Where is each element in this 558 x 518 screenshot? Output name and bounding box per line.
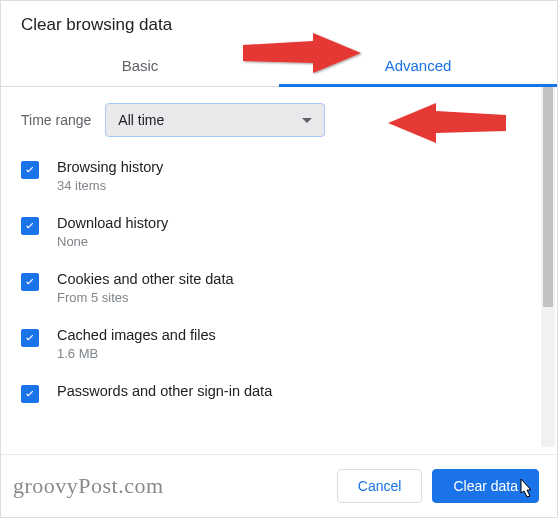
check-icon <box>23 219 37 233</box>
item-label: Download history <box>57 215 168 231</box>
checkbox-cache[interactable] <box>21 329 39 347</box>
checkbox-cookies[interactable] <box>21 273 39 291</box>
item-text: Browsing history 34 items <box>57 159 163 193</box>
check-icon <box>23 387 37 401</box>
item-text: Passwords and other sign-in data <box>57 383 272 402</box>
list-item: Download history None <box>21 215 537 249</box>
list-item: Browsing history 34 items <box>21 159 537 193</box>
check-icon <box>23 331 37 345</box>
scrollbar[interactable] <box>541 87 555 447</box>
item-sublabel: From 5 sites <box>57 290 234 305</box>
tab-advanced[interactable]: Advanced <box>279 45 557 86</box>
item-sublabel: 34 items <box>57 178 163 193</box>
tab-bar: Basic Advanced <box>1 45 557 87</box>
item-label: Cookies and other site data <box>57 271 234 287</box>
item-sublabel: 1.6 MB <box>57 346 216 361</box>
checkbox-browsing-history[interactable] <box>21 161 39 179</box>
tab-basic[interactable]: Basic <box>1 45 279 86</box>
time-range-label: Time range <box>21 112 91 128</box>
item-label: Cached images and files <box>57 327 216 343</box>
checkbox-passwords[interactable] <box>21 385 39 403</box>
item-sublabel: None <box>57 234 168 249</box>
list-item: Cached images and files 1.6 MB <box>21 327 537 361</box>
time-range-dropdown[interactable]: All time <box>105 103 325 137</box>
cancel-button[interactable]: Cancel <box>337 469 423 503</box>
dialog-footer: Cancel Clear data <box>1 454 557 517</box>
item-text: Cached images and files 1.6 MB <box>57 327 216 361</box>
list-item: Cookies and other site data From 5 sites <box>21 271 537 305</box>
scrollbar-thumb[interactable] <box>543 87 553 307</box>
item-label: Browsing history <box>57 159 163 175</box>
item-label: Passwords and other sign-in data <box>57 383 272 399</box>
chevron-down-icon <box>302 118 312 123</box>
checkbox-download-history[interactable] <box>21 217 39 235</box>
check-icon <box>23 275 37 289</box>
item-text: Download history None <box>57 215 168 249</box>
item-text: Cookies and other site data From 5 sites <box>57 271 234 305</box>
check-icon <box>23 163 37 177</box>
dialog-title: Clear browsing data <box>1 1 557 45</box>
dialog-content: Time range All time Browsing history 34 … <box>1 87 557 454</box>
time-range-value: All time <box>118 112 164 128</box>
time-range-row: Time range All time <box>21 103 537 137</box>
list-item: Passwords and other sign-in data <box>21 383 537 403</box>
clear-browsing-data-dialog: Clear browsing data Basic Advanced Time … <box>1 1 557 517</box>
clear-data-button[interactable]: Clear data <box>432 469 539 503</box>
data-type-list: Browsing history 34 items Download histo… <box>21 159 537 403</box>
